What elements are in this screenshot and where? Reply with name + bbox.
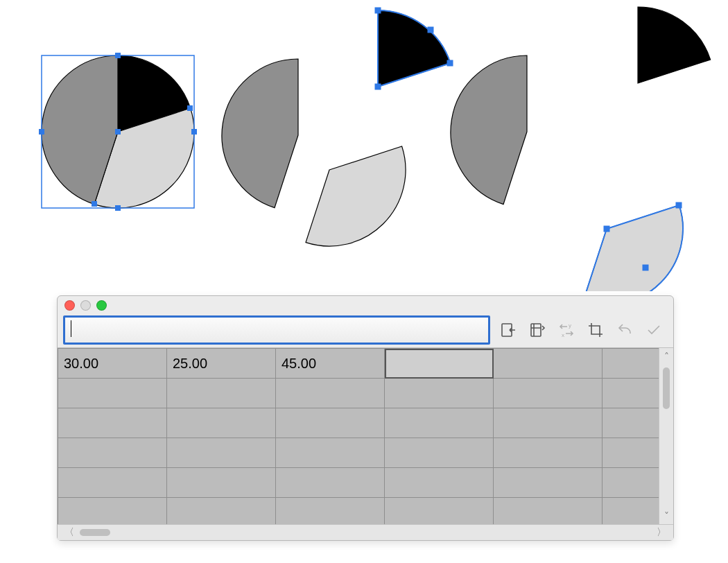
table-cell[interactable] — [603, 468, 659, 498]
scroll-up-arrow-icon[interactable]: ˄ — [664, 348, 669, 365]
svg-rect-4 — [39, 129, 44, 135]
table-cell[interactable] — [385, 408, 494, 438]
table-cell[interactable] — [603, 379, 659, 408]
table-cell[interactable] — [494, 498, 603, 525]
table-cell[interactable] — [385, 498, 494, 525]
table-cell[interactable] — [167, 468, 276, 498]
window-minimize-button[interactable] — [80, 300, 91, 311]
table-cell[interactable] — [276, 438, 385, 468]
table-cell[interactable] — [603, 408, 659, 438]
table-row: 30.0025.0045.00 — [58, 349, 659, 379]
table-cell[interactable] — [167, 438, 276, 468]
table-cell[interactable] — [494, 438, 603, 468]
pie3-slice-light[interactable] — [583, 205, 683, 291]
svg-rect-7 — [92, 201, 97, 207]
table-cell[interactable] — [58, 408, 167, 438]
svg-text:x: x — [562, 332, 564, 338]
svg-rect-6 — [187, 105, 193, 111]
window-titlebar — [58, 296, 673, 314]
switch-xy-icon[interactable]: xy — [557, 320, 576, 340]
table-row — [58, 408, 659, 438]
pie2-slice-gray[interactable] — [222, 59, 298, 208]
svg-rect-12 — [428, 27, 433, 33]
table-cell[interactable]: 30.00 — [58, 349, 167, 379]
table-cell[interactable] — [58, 379, 167, 408]
table-cell[interactable] — [603, 438, 659, 468]
vertical-scrollbar[interactable]: ˄ ˅ — [659, 348, 673, 524]
table-cell[interactable] — [58, 438, 167, 468]
pie-variant-2[interactable] — [222, 8, 453, 246]
svg-rect-2 — [191, 129, 197, 135]
data-grid: 30.0025.0045.00 ˄ ˅ 〈 〉 — [58, 347, 673, 540]
table-cell[interactable] — [58, 468, 167, 498]
svg-rect-10 — [375, 8, 381, 13]
import-column-icon[interactable] — [499, 320, 518, 340]
table-cell[interactable] — [494, 379, 603, 408]
undo-icon[interactable] — [615, 320, 634, 340]
pie3-slice-black[interactable] — [638, 7, 711, 83]
graph-data-panel: xy 30.0025.0045.00 ˄ ˅ — [57, 295, 674, 541]
svg-rect-18 — [531, 324, 541, 336]
window-zoom-button[interactable] — [96, 300, 107, 311]
pie2-slice-light[interactable] — [306, 146, 406, 246]
table-row — [58, 468, 659, 498]
table-cell[interactable] — [385, 468, 494, 498]
table-cell[interactable]: 45.00 — [276, 349, 385, 379]
table-cell[interactable] — [276, 379, 385, 408]
table-cell[interactable] — [276, 408, 385, 438]
scroll-right-arrow-icon[interactable]: 〉 — [654, 526, 669, 539]
table-row — [58, 379, 659, 408]
table-cell[interactable] — [603, 349, 659, 379]
crop-icon[interactable] — [586, 320, 605, 340]
svg-rect-3 — [115, 205, 121, 211]
data-table[interactable]: 30.0025.0045.00 — [58, 348, 659, 524]
table-cell[interactable] — [167, 379, 276, 408]
svg-rect-14 — [676, 202, 682, 208]
confirm-icon[interactable] — [644, 320, 664, 340]
table-row — [58, 438, 659, 468]
table-cell[interactable] — [276, 468, 385, 498]
svg-rect-16 — [643, 265, 648, 270]
horizontal-scrollbar[interactable]: 〈 〉 — [58, 524, 673, 540]
pie-variant-1[interactable] — [39, 53, 197, 211]
svg-rect-9 — [375, 84, 381, 89]
scroll-down-arrow-icon[interactable]: ˅ — [664, 508, 669, 524]
table-cell[interactable] — [167, 408, 276, 438]
pie3-slice-gray[interactable] — [451, 55, 527, 205]
table-cell[interactable] — [494, 408, 603, 438]
pie-variant-3[interactable] — [451, 7, 711, 291]
svg-rect-11 — [447, 60, 453, 66]
window-close-button[interactable] — [64, 300, 75, 311]
horizontal-scroll-thumb[interactable] — [80, 529, 110, 536]
svg-rect-8 — [115, 53, 121, 58]
table-cell[interactable] — [276, 498, 385, 525]
canvas-area[interactable] — [0, 0, 728, 291]
table-cell[interactable] — [385, 379, 494, 408]
table-cell[interactable] — [494, 349, 603, 379]
table-cell[interactable] — [58, 498, 167, 525]
formula-input[interactable] — [63, 315, 490, 345]
table-cell[interactable]: 25.00 — [167, 349, 276, 379]
table-cell[interactable] — [603, 498, 659, 525]
table-cell[interactable] — [385, 438, 494, 468]
svg-rect-5 — [115, 129, 121, 135]
table-row — [58, 498, 659, 525]
vertical-scroll-thumb[interactable] — [663, 367, 670, 409]
table-cell[interactable] — [167, 498, 276, 525]
transpose-icon[interactable] — [528, 320, 547, 340]
svg-rect-13 — [604, 226, 609, 232]
table-cell[interactable] — [494, 468, 603, 498]
formula-toolbar: xy — [58, 314, 673, 347]
pie-variants-svg — [0, 0, 728, 291]
text-caret — [71, 320, 71, 337]
table-cell[interactable] — [385, 349, 494, 379]
scroll-left-arrow-icon[interactable]: 〈 — [62, 526, 77, 539]
svg-text:y: y — [569, 322, 571, 329]
